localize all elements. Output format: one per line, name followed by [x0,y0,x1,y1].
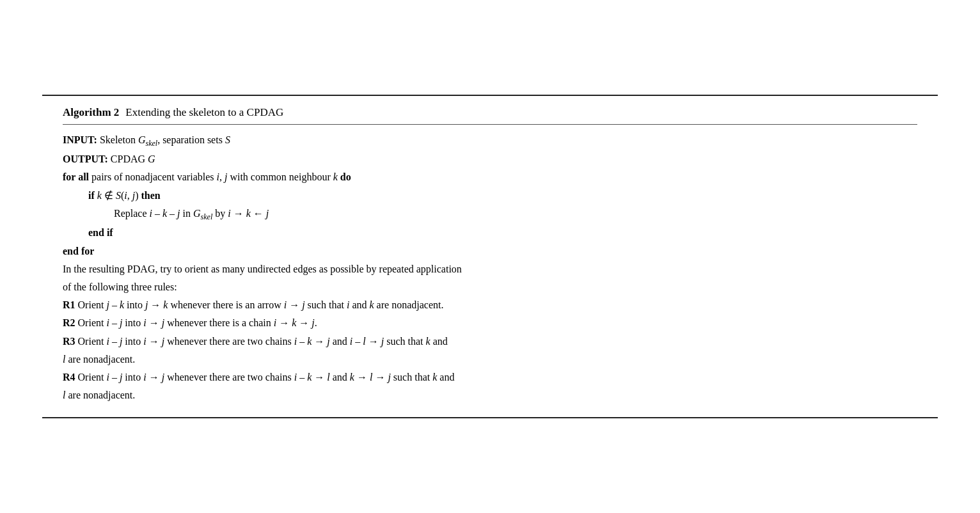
r3-cont-line: l are nonadjacent. [63,351,917,368]
output-text: CPDAG G [111,154,155,164]
forall-line: for all pairs of nonadjacent variables i… [63,168,917,185]
replace-text: Replace i – k – j in Gskel by i → k ← j [114,208,269,219]
endfor-keyword: end for [63,246,94,256]
forall-keyword: for all [63,171,89,182]
r3-label: R3 [63,336,75,347]
r2-text: Orient i – j into i → j whenever there i… [78,317,317,328]
r2-label: R2 [63,317,75,328]
r3-text: Orient i – j into i → j whenever there a… [78,336,448,347]
r4-cont-line: l are nonadjacent. [63,386,917,404]
algorithm-title: Extending the skeleton to a CPDAG [125,106,283,119]
endif-keyword: end if [88,227,113,238]
algorithm-box: Algorithm 2 Extending the skeleton to a … [42,95,938,419]
r2-line: R2 Orient i – j into i → j whenever ther… [63,314,917,331]
r1-line: R1 Orient j – k into j → k whenever ther… [63,296,917,313]
algorithm-number: Algorithm 2 [63,106,119,119]
forall-text: pairs of nonadjacent variables i, j with… [91,171,340,182]
r1-text: Orient j – k into j → k whenever there i… [78,299,444,310]
then-keyword: then [141,190,160,201]
r4-text: Orient i – j into i → j whenever there a… [78,372,455,383]
replace-line: Replace i – k – j in Gskel by i → k ← j [63,205,917,224]
if-line: if k ∉ S(i, j) then [63,187,917,204]
input-label: INPUT: [63,134,97,145]
algorithm-title-row: Algorithm 2 Extending the skeleton to a … [63,106,917,125]
pdag-text1: In the resulting PDAG, try to orient as … [63,264,462,274]
pdag-text2: of the following three rules: [63,281,177,292]
output-line: OUTPUT: CPDAG G [63,150,917,168]
pdag-line1: In the resulting PDAG, try to orient as … [63,260,917,278]
r4-label: R4 [63,372,75,383]
pdag-line2: of the following three rules: [63,278,917,296]
r3-cont-text: l are nonadjacent. [63,354,135,365]
endif-line: end if [63,224,917,241]
output-label: OUTPUT: [63,154,108,164]
r3-line: R3 Orient i – j into i → j whenever ther… [63,333,917,350]
if-text: k ∉ S(i, j) [97,190,141,201]
input-line: INPUT: Skeleton Gskel, separation sets S [63,131,917,150]
if-keyword: if [88,190,95,201]
input-text: Skeleton Gskel, separation sets S [100,134,230,145]
r1-label: R1 [63,299,75,310]
algorithm-body: INPUT: Skeleton Gskel, separation sets S… [63,131,917,404]
do-keyword: do [340,171,351,182]
endfor-line: end for [63,242,917,260]
r4-cont-text: l are nonadjacent. [63,390,135,400]
r4-line: R4 Orient i – j into i → j whenever ther… [63,368,917,386]
